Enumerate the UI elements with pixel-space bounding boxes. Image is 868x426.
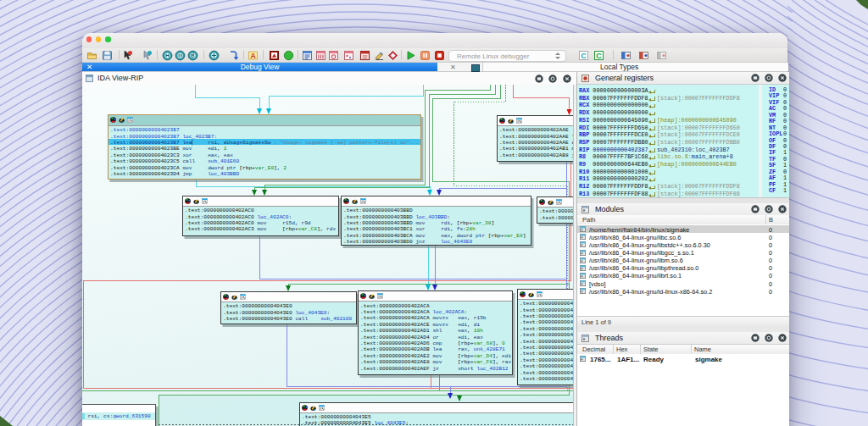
svg-text:A: A [250,52,255,60]
svg-text:C: C [581,52,587,60]
svg-text:C: C [596,52,602,60]
